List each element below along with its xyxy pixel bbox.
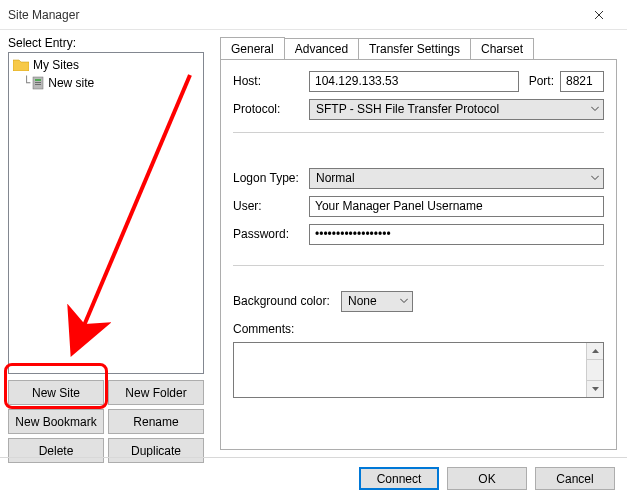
- host-label: Host:: [233, 74, 309, 88]
- scrollbar-track[interactable]: [586, 360, 603, 380]
- tab-page-general: Host: 104.129.133.53 Port: 8821 Protocol…: [220, 60, 617, 450]
- protocol-label: Protocol:: [233, 102, 309, 116]
- delete-button[interactable]: Delete: [8, 438, 104, 463]
- tab-bar: General Advanced Transfer Settings Chars…: [220, 38, 617, 60]
- duplicate-button[interactable]: Duplicate: [108, 438, 204, 463]
- port-input[interactable]: 8821: [560, 71, 604, 92]
- tree-root[interactable]: My Sites: [13, 56, 199, 74]
- chevron-up-icon: [592, 349, 599, 353]
- bg-color-select[interactable]: None: [341, 291, 413, 312]
- server-icon: [32, 76, 44, 90]
- host-input[interactable]: 104.129.133.53: [309, 71, 519, 92]
- port-label: Port:: [529, 74, 554, 88]
- user-label: User:: [233, 199, 309, 213]
- cancel-button[interactable]: Cancel: [535, 467, 615, 490]
- rename-button[interactable]: Rename: [108, 409, 204, 434]
- svg-rect-3: [35, 84, 41, 85]
- folder-icon: [13, 59, 29, 71]
- tree-item[interactable]: └ New site: [13, 74, 199, 92]
- close-button[interactable]: [579, 1, 619, 29]
- password-input[interactable]: ••••••••••••••••••: [309, 224, 604, 245]
- svg-rect-1: [35, 79, 41, 81]
- logon-type-select[interactable]: Normal: [309, 168, 604, 189]
- tree-branch-icon: └: [23, 76, 30, 90]
- scroll-up-button[interactable]: [586, 343, 603, 360]
- user-input[interactable]: Your Manager Panel Username: [309, 196, 604, 217]
- bg-color-label: Background color:: [233, 294, 341, 308]
- chevron-down-icon: [591, 107, 599, 112]
- footer-separator: [0, 457, 627, 458]
- logon-type-label: Logon Type:: [233, 171, 309, 185]
- connect-button[interactable]: Connect: [359, 467, 439, 490]
- titlebar: Site Manager: [0, 0, 627, 30]
- entry-tree[interactable]: My Sites └ New site: [8, 52, 204, 374]
- ok-button[interactable]: OK: [447, 467, 527, 490]
- password-label: Password:: [233, 227, 309, 241]
- tab-advanced[interactable]: Advanced: [284, 38, 359, 59]
- tree-item-label: New site: [48, 76, 94, 90]
- window-title: Site Manager: [8, 8, 579, 22]
- chevron-down-icon: [592, 387, 599, 391]
- tab-transfer-settings[interactable]: Transfer Settings: [358, 38, 471, 59]
- scroll-down-button[interactable]: [586, 380, 603, 397]
- tab-charset[interactable]: Charset: [470, 38, 534, 59]
- footer-buttons: Connect OK Cancel: [359, 467, 615, 490]
- chevron-down-icon: [400, 299, 408, 304]
- new-site-button[interactable]: New Site: [8, 380, 104, 405]
- select-entry-label: Select Entry:: [8, 36, 76, 50]
- new-folder-button[interactable]: New Folder: [108, 380, 204, 405]
- close-icon: [594, 10, 604, 20]
- chevron-down-icon: [591, 176, 599, 181]
- svg-rect-2: [35, 82, 41, 83]
- separator: [233, 265, 604, 266]
- comments-label: Comments:: [233, 322, 294, 336]
- protocol-select[interactable]: SFTP - SSH File Transfer Protocol: [309, 99, 604, 120]
- comments-textarea[interactable]: [233, 342, 604, 398]
- separator: [233, 132, 604, 133]
- new-bookmark-button[interactable]: New Bookmark: [8, 409, 104, 434]
- tab-general[interactable]: General: [220, 37, 285, 59]
- tree-root-label: My Sites: [33, 58, 79, 72]
